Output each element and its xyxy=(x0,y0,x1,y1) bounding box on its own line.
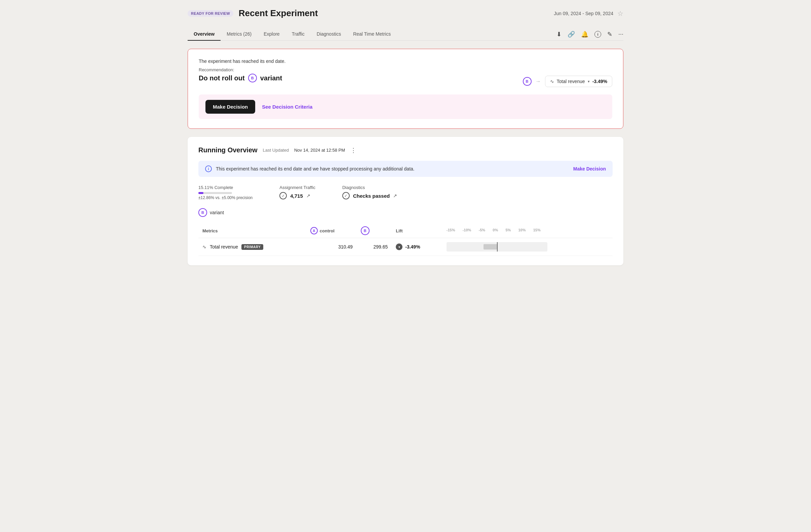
progress-bar-fill xyxy=(198,192,203,194)
assignment-traffic-value: 4,715 xyxy=(290,193,303,199)
assignment-external-link-icon[interactable]: ↗ xyxy=(306,193,310,198)
metric-name: Total revenue xyxy=(210,244,238,249)
info-banner: i This experiment has reached its end da… xyxy=(198,161,613,177)
info-banner-left: i This experiment has reached its end da… xyxy=(205,165,415,172)
control-value: 310.49 xyxy=(338,244,353,249)
tab-explore[interactable]: Explore xyxy=(258,28,286,41)
make-decision-button[interactable]: Make Decision xyxy=(205,100,255,114)
progress-stat: 15.11% Complete ±12.86% vs. ±5.00% preci… xyxy=(198,185,253,200)
alert-end-date-text: The experiment has reached its end date. xyxy=(199,59,612,64)
edit-icon[interactable]: ✎ xyxy=(607,31,612,38)
banner-make-decision-link[interactable]: Make Decision xyxy=(573,166,606,171)
variant-value: 299.65 xyxy=(373,244,388,249)
th-variant: B xyxy=(357,224,392,238)
variant-label-text: variant xyxy=(210,210,224,215)
recommendation-variant-label: variant xyxy=(260,74,282,82)
assignment-traffic-label: Assignment Traffic xyxy=(279,185,316,190)
recommendation-label: Recommendation: xyxy=(199,67,612,72)
diagnostics-external-link-icon[interactable]: ↗ xyxy=(393,193,397,198)
metric-variant-badge: B xyxy=(523,77,532,86)
metric-pill-label: Total revenue xyxy=(557,79,585,84)
diagnostics-value-row: ✓ Checks passed ↗ xyxy=(342,192,397,199)
tab-diagnostics[interactable]: Diagnostics xyxy=(311,28,347,41)
star-icon[interactable]: ☆ xyxy=(617,10,623,17)
th-chart: -15% -10% -5% 0% 5% 10% 15% xyxy=(443,224,613,238)
control-badge: A xyxy=(310,227,318,234)
info-circle-icon[interactable]: i xyxy=(595,31,601,38)
tab-traffic[interactable]: Traffic xyxy=(286,28,311,41)
progress-bar xyxy=(198,192,232,194)
download-icon[interactable]: ⬇ xyxy=(556,31,562,38)
assignment-traffic-value-row: ✓ 4,715 ↗ xyxy=(279,192,316,199)
check-icon: ✓ xyxy=(279,192,287,199)
info-icon: i xyxy=(205,165,212,172)
lift-cell: ▾ -3.49% xyxy=(392,238,443,256)
lift-down-icon: ▾ xyxy=(396,243,402,250)
nav-bar: Overview Metrics (26) Explore Traffic Di… xyxy=(188,28,623,41)
metrics-table: Metrics A control B Lift xyxy=(198,224,613,256)
header-right: Jun 09, 2024 - Sep 09, 2024 ☆ xyxy=(554,10,623,17)
variant-letter-badge: B xyxy=(198,208,207,217)
chart-bar-negative xyxy=(484,244,497,249)
arrow-right-icon: → xyxy=(536,78,541,85)
overview-title: Running Overview xyxy=(198,146,258,154)
assignment-traffic-stat: Assignment Traffic ✓ 4,715 ↗ xyxy=(279,185,316,199)
page-title: Recent Experiment xyxy=(239,8,318,18)
last-updated-time: Nov 14, 2024 at 12:58 PM xyxy=(294,148,345,153)
variant-row: B variant xyxy=(198,208,613,217)
link-icon[interactable]: 🔗 xyxy=(568,31,575,38)
chart-bar-area xyxy=(446,242,547,252)
see-criteria-link[interactable]: See Decision Criteria xyxy=(262,104,312,110)
th-variant-badge: B xyxy=(361,226,369,235)
overview-card: Running Overview Last Updated Nov 14, 20… xyxy=(188,137,623,265)
overview-more-icon[interactable]: ⋮ xyxy=(350,147,356,154)
bell-icon[interactable]: 🔔 xyxy=(581,31,588,38)
variant-value-cell: 299.65 xyxy=(357,238,392,256)
lift-value: -3.49% xyxy=(405,244,420,249)
metric-name-cell: ∿ Total revenue PRIMARY xyxy=(198,238,306,256)
precision-text: ±12.86% vs. ±5.00% precision xyxy=(198,195,253,200)
alert-actions: Make Decision See Decision Criteria xyxy=(205,100,606,114)
header-left: READY FOR REVIEW Recent Experiment xyxy=(188,8,318,18)
page-header: READY FOR REVIEW Recent Experiment Jun 0… xyxy=(188,8,623,18)
tab-overview[interactable]: Overview xyxy=(188,28,220,41)
table-row: ∿ Total revenue PRIMARY 310.49 299.65 ▾ xyxy=(198,238,613,256)
row-trend-icon: ∿ xyxy=(202,244,206,249)
chart-cell xyxy=(443,238,613,256)
recommendation-text: Do not roll out xyxy=(199,74,245,82)
diagnostics-label: Diagnostics xyxy=(342,185,397,190)
primary-badge: PRIMARY xyxy=(241,244,263,250)
overview-header: Running Overview Last Updated Nov 14, 20… xyxy=(198,146,613,154)
progress-label: 15.11% Complete xyxy=(198,185,253,190)
chart-center-line xyxy=(497,242,498,252)
th-lift: Lift xyxy=(392,224,443,238)
ready-badge: READY FOR REVIEW xyxy=(188,10,233,17)
metric-pill[interactable]: ∿ Total revenue ▾ -3.49% xyxy=(545,76,612,87)
th-control: A control xyxy=(306,224,357,238)
diagnostics-status: Checks passed xyxy=(353,193,390,199)
diagnostics-check-icon: ✓ xyxy=(342,192,350,199)
last-updated-label: Last Updated xyxy=(263,148,289,153)
th-metrics: Metrics xyxy=(198,224,306,238)
diagnostics-stat: Diagnostics ✓ Checks passed ↗ xyxy=(342,185,397,199)
date-range: Jun 09, 2024 - Sep 09, 2024 xyxy=(554,11,613,16)
nav-icons: ⬇ 🔗 🔔 i ✎ ··· xyxy=(556,31,623,38)
recommendation-variant-badge: B xyxy=(248,74,257,82)
metric-pill-value: -3.49% xyxy=(593,79,607,84)
nav-tabs: Overview Metrics (26) Explore Traffic Di… xyxy=(188,28,397,40)
stats-row: 15.11% Complete ±12.86% vs. ±5.00% preci… xyxy=(198,185,613,200)
metric-right-group: B → ∿ Total revenue ▾ -3.49% xyxy=(523,76,612,87)
more-icon[interactable]: ··· xyxy=(618,31,623,38)
trend-icon: ∿ xyxy=(550,79,554,84)
alert-card: The experiment has reached its end date.… xyxy=(188,49,623,129)
tab-metrics[interactable]: Metrics (26) xyxy=(220,28,258,41)
recommendation-main: Do not roll out B variant xyxy=(199,74,282,82)
alert-metric-row: Do not roll out B variant B → ∿ Total re… xyxy=(199,74,612,89)
table-header-row: Metrics A control B Lift xyxy=(198,224,613,238)
info-banner-text: This experiment has reached its end date… xyxy=(216,166,415,171)
tab-realtime[interactable]: Real Time Metrics xyxy=(347,28,397,41)
chevron-down-icon[interactable]: ▾ xyxy=(588,79,590,84)
alert-actions-area: Make Decision See Decision Criteria xyxy=(199,94,612,119)
control-value-cell: 310.49 xyxy=(306,238,357,256)
